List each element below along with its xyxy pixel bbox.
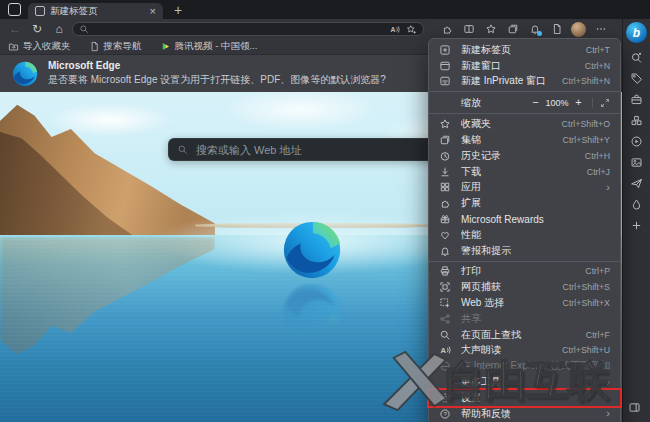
menu-item-favorites[interactable]: 收藏夹Ctrl+Shift+O <box>429 116 620 132</box>
svg-text:A: A <box>390 25 395 32</box>
zoom-in-button[interactable]: + <box>572 97 585 108</box>
sidebar-customize-button[interactable] <box>626 218 648 232</box>
menu-item-help-feedback[interactable]: ?帮助和反馈› <box>429 406 620 422</box>
banner-message: 是否要将 Microsoft Edge 设置为用于打开链接、PDF、图像等的默认… <box>48 73 386 87</box>
new-tab-button[interactable]: + <box>171 3 185 17</box>
menu-item-alerts-tips[interactable]: 警报和提示 <box>429 243 620 259</box>
menu-item-read-aloud[interactable]: A大声朗读Ctrl+Shift+U <box>429 343 620 359</box>
address-input[interactable] <box>89 23 389 35</box>
split-screen-button[interactable] <box>458 20 479 38</box>
menu-item-more-tools[interactable]: 更多工具› <box>429 374 620 390</box>
menu-item-extensions[interactable]: 扩展 <box>429 195 620 211</box>
magnifier-icon <box>439 329 453 341</box>
puzzle-icon <box>439 197 453 209</box>
fullscreen-icon[interactable] <box>600 98 610 108</box>
tab-title: 新建标签页 <box>50 5 147 18</box>
menu-item-web-select[interactable]: Web 选择Ctrl+Shift+X <box>429 295 620 311</box>
bookmark-tencent-video[interactable]: 腾讯视频 - 中国领... <box>160 40 258 53</box>
menu-item-apps[interactable]: 应用› <box>429 180 620 196</box>
more-menu: 新建标签页Ctrl+T新建窗口Ctrl+N新建 InPrivate 窗口Ctrl… <box>428 38 621 422</box>
chevron-right-icon: › <box>606 182 610 193</box>
sidebar-toggle-button[interactable] <box>628 401 641 414</box>
share-icon <box>439 313 453 325</box>
menu-item-rewards[interactable]: Microsoft Rewards <box>429 211 620 227</box>
shortcut-label: Ctrl+P <box>585 266 610 276</box>
new-window-icon <box>439 60 453 72</box>
sidebar-shopping-button[interactable] <box>626 71 648 85</box>
sidebar-games-button[interactable] <box>626 113 648 127</box>
edge-sidebar: b <box>622 19 650 422</box>
svg-text:?: ? <box>444 411 448 417</box>
shortcut-label: Ctrl+T <box>586 45 610 55</box>
menu-item-find[interactable]: 在页面上查找Ctrl+F <box>429 327 620 343</box>
menu-item-history[interactable]: 历史记录Ctrl+H <box>429 148 620 164</box>
add-favorite-icon[interactable] <box>406 24 417 35</box>
menu-item-share[interactable]: 共享 <box>429 311 620 327</box>
back-button[interactable]: ← <box>4 20 26 38</box>
browser-essentials-button[interactable] <box>546 20 567 38</box>
menu-separator <box>429 261 620 262</box>
settings-more-button[interactable] <box>590 20 611 38</box>
sidebar-media-button[interactable] <box>626 134 648 148</box>
home-button[interactable]: ⌂ <box>48 20 70 38</box>
briefcase-icon <box>630 93 643 106</box>
ntp-search-box[interactable] <box>168 138 454 161</box>
extensions-button[interactable] <box>436 20 457 38</box>
menu-item-settings[interactable]: 设置 <box>429 390 620 406</box>
notification-badge-icon <box>537 31 542 36</box>
gift-icon <box>439 213 453 225</box>
sidebar-search-button[interactable] <box>626 50 648 64</box>
read-aloud-icon: A <box>439 344 453 356</box>
menu-item-downloads[interactable]: 下载Ctrl+J <box>429 164 620 180</box>
sidebar-designer-button[interactable] <box>626 197 648 211</box>
search-icon <box>79 24 89 34</box>
shortcut-label: Ctrl+Shift+O <box>562 119 610 129</box>
magnifier-sparkle-icon <box>630 51 643 64</box>
collections-icon <box>439 134 453 146</box>
menu-item-print[interactable]: 打印Ctrl+P <box>429 264 620 280</box>
avatar <box>571 22 586 37</box>
toolbar-actions <box>436 20 611 38</box>
read-aloud-icon[interactable]: A <box>389 24 400 35</box>
menu-item-new-tab[interactable]: 新建标签页Ctrl+T <box>429 42 620 58</box>
bing-button[interactable]: b <box>626 22 647 43</box>
menu-item-new-inprivate[interactable]: 新建 InPrivate 窗口Ctrl+Shift+N <box>429 74 620 90</box>
apps-icon <box>439 181 453 193</box>
gear-icon <box>439 392 453 404</box>
shortcut-label: Ctrl+Shift+U <box>562 345 610 355</box>
split-icon <box>463 23 475 35</box>
sidebar-tools-button[interactable] <box>626 92 648 106</box>
tab-actions-button[interactable] <box>8 3 21 16</box>
shortcut-label: Ctrl+N <box>585 61 610 71</box>
address-bar[interactable]: A <box>72 22 424 36</box>
play-circle-icon <box>630 135 643 148</box>
alerts-button[interactable] <box>524 20 545 38</box>
profile-button[interactable] <box>568 20 589 38</box>
help-icon: ? <box>439 408 453 420</box>
menu-item-new-window[interactable]: 新建窗口Ctrl+N <box>429 58 620 74</box>
bookmark-import-favorites[interactable]: 导入收藏夹 <box>8 40 71 53</box>
favorites-button[interactable] <box>480 20 501 38</box>
menu-item-web-capture[interactable]: 网页捕获Ctrl+Shift+S <box>429 279 620 295</box>
edge-logo-reflection <box>282 282 342 342</box>
play-badge-icon <box>160 41 171 52</box>
tab-close-button[interactable]: × <box>147 6 159 17</box>
active-tab[interactable]: 新建标签页 × <box>28 3 163 19</box>
bookmark-label: 导入收藏夹 <box>23 40 71 53</box>
menu-item-performance[interactable]: 性能 <box>429 227 620 243</box>
shortcut-label: Ctrl+J <box>587 167 610 177</box>
panel-icon <box>628 401 641 414</box>
refresh-button[interactable]: ↻ <box>26 20 48 38</box>
star-icon <box>439 118 453 130</box>
zoom-out-button[interactable]: − <box>529 97 542 108</box>
history-icon <box>439 150 453 162</box>
photo-icon <box>630 156 643 169</box>
sidebar-send-button[interactable] <box>626 176 648 190</box>
bookmark-search-nav[interactable]: 搜索导航 <box>89 40 142 53</box>
menu-item-collections[interactable]: 集锦Ctrl+Shift+Y <box>429 132 620 148</box>
bell-icon <box>439 245 453 257</box>
menu-item-ie-mode[interactable]: 在 Internet Explorer 模式下重新加载 <box>429 358 620 374</box>
sidebar-photos-button[interactable] <box>626 155 648 169</box>
ntp-search-input[interactable] <box>194 143 445 157</box>
collections-button[interactable] <box>502 20 523 38</box>
